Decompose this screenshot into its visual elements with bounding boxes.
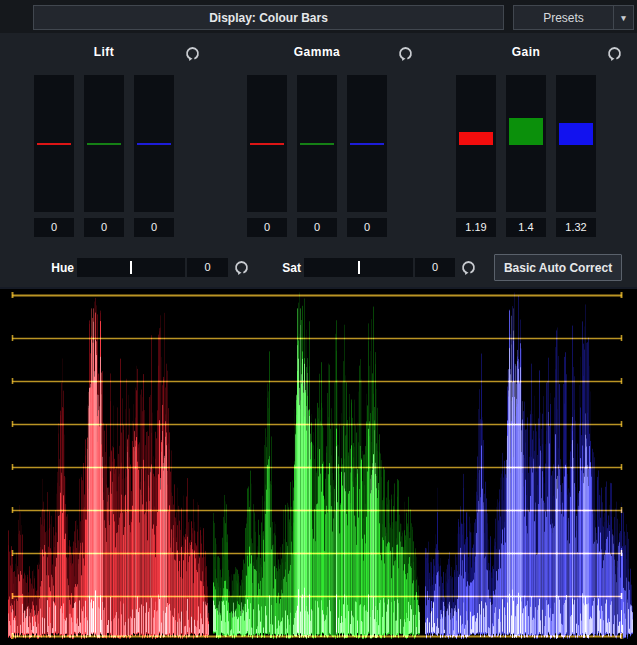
gamma-blue-slider[interactable] bbox=[347, 75, 387, 212]
sat-reset-icon[interactable] bbox=[460, 258, 477, 276]
presets-dropdown-arrow-icon[interactable]: ▾ bbox=[613, 6, 633, 29]
gain-green-slider[interactable] bbox=[506, 75, 546, 212]
gain-blue-slider[interactable] bbox=[556, 75, 596, 212]
gain-blue-value: 1.32 bbox=[556, 218, 596, 237]
rgb-waveform-scope bbox=[0, 287, 637, 645]
lift-red-slider[interactable] bbox=[34, 75, 74, 212]
gain-red-value: 1.19 bbox=[456, 218, 496, 237]
hue-label: Hue bbox=[34, 259, 74, 277]
sat-slider-handle[interactable] bbox=[358, 261, 360, 274]
display-mode-button[interactable]: Display: Colour Bars bbox=[33, 5, 504, 30]
lift-blue-value: 0 bbox=[134, 218, 174, 237]
gamma-title: Gamma bbox=[247, 45, 387, 61]
gamma-reset-icon[interactable] bbox=[397, 44, 414, 62]
gain-green-value: 1.4 bbox=[506, 218, 546, 237]
lift-title: Lift bbox=[34, 45, 174, 61]
presets-label: Presets bbox=[514, 11, 613, 25]
sat-label: Sat bbox=[261, 259, 301, 277]
gamma-blue-value: 0 bbox=[347, 218, 387, 237]
gamma-green-value: 0 bbox=[297, 218, 337, 237]
gain-reset-icon[interactable] bbox=[606, 44, 623, 62]
colour-correction-panel: Display: Colour Bars Presets ▾ Lift 0 0 … bbox=[0, 0, 637, 645]
gain-title: Gain bbox=[456, 45, 596, 61]
top-bar: Display: Colour Bars Presets ▾ bbox=[0, 0, 637, 33]
hue-slider-handle[interactable] bbox=[130, 261, 132, 274]
lift-reset-icon[interactable] bbox=[184, 44, 201, 62]
lift-blue-slider[interactable] bbox=[134, 75, 174, 212]
sat-slider[interactable] bbox=[304, 258, 413, 277]
gamma-red-slider[interactable] bbox=[247, 75, 287, 212]
hue-slider[interactable] bbox=[77, 258, 185, 277]
gamma-red-value: 0 bbox=[247, 218, 287, 237]
sat-value: 0 bbox=[415, 258, 455, 277]
lift-red-value: 0 bbox=[34, 218, 74, 237]
presets-button[interactable]: Presets ▾ bbox=[513, 5, 634, 30]
basic-auto-correct-button[interactable]: Basic Auto Correct bbox=[494, 254, 622, 281]
hue-reset-icon[interactable] bbox=[233, 258, 250, 276]
hue-value: 0 bbox=[187, 258, 228, 277]
gain-red-slider[interactable] bbox=[456, 75, 496, 212]
lift-green-slider[interactable] bbox=[84, 75, 124, 212]
gamma-green-slider[interactable] bbox=[297, 75, 337, 212]
lift-green-value: 0 bbox=[84, 218, 124, 237]
